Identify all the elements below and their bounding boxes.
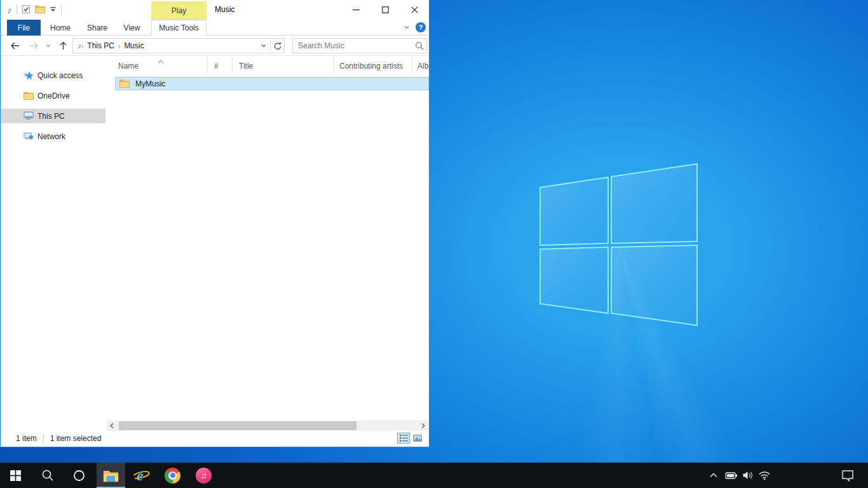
recent-locations-chevron[interactable] — [44, 39, 53, 52]
cortana-button[interactable] — [65, 463, 93, 488]
windows-logo-wallpaper — [537, 161, 700, 327]
search-box — [292, 38, 427, 53]
onedrive-folder-icon — [24, 92, 34, 100]
qat-separator — [17, 5, 17, 15]
column-header-album[interactable]: Alb — [412, 56, 430, 74]
column-header-contributing-artists[interactable]: Contributing artists — [334, 56, 412, 74]
scrollbar-thumb[interactable] — [119, 421, 356, 430]
sidebar-item-quick-access[interactable]: Quick access — [1, 68, 105, 83]
column-header-number[interactable]: # — [208, 56, 233, 74]
column-headers: Name # Title Contributing artists Alb — [106, 56, 428, 74]
column-label: Name — [118, 62, 139, 71]
qat-separator — [61, 5, 62, 15]
address-bar[interactable]: ♪ › This PC › Music — [72, 38, 285, 53]
details-view-button[interactable] — [397, 433, 410, 444]
tab-view[interactable]: View — [117, 20, 147, 36]
volume-icon[interactable] — [740, 463, 756, 488]
itunes-button[interactable]: ♫ — [189, 463, 218, 488]
start-button[interactable] — [1, 463, 30, 488]
taskbar-file-explorer-button[interactable] — [97, 463, 125, 488]
system-tray — [705, 463, 868, 488]
navigation-pane: Quick access OneDrive This PC Network — [1, 56, 105, 421]
action-center-button[interactable] — [836, 463, 859, 488]
item-count: 1 item — [16, 434, 37, 443]
sidebar-item-label: This PC — [37, 112, 65, 121]
large-icons-view-button[interactable] — [411, 433, 424, 444]
minimize-button[interactable] — [341, 0, 370, 20]
column-label: Contributing artists — [339, 62, 403, 71]
contextual-tab-group-play[interactable]: Play — [151, 1, 207, 20]
scroll-left-arrow[interactable] — [107, 421, 117, 431]
battery-icon[interactable] — [723, 463, 740, 488]
screen: ♪ Play Music — [0, 0, 868, 488]
quick-access-toolbar: ♪ — [7, 0, 62, 20]
back-button[interactable] — [8, 39, 21, 52]
sidebar-item-network[interactable]: Network — [1, 129, 105, 144]
horizontal-scrollbar[interactable] — [107, 421, 428, 431]
folder-icon — [119, 79, 130, 88]
file-name: MyMusic — [135, 79, 165, 88]
sort-ascending-icon — [157, 57, 165, 66]
ribbon-tab-row: File Home Share View Music Tools ? — [1, 20, 429, 36]
sidebar-item-label: OneDrive — [37, 92, 70, 100]
taskbar: e ♫ — [0, 463, 868, 488]
forward-button[interactable] — [27, 39, 40, 52]
scroll-right-arrow[interactable] — [418, 421, 428, 431]
tab-home[interactable]: Home — [45, 20, 76, 36]
properties-button[interactable] — [22, 4, 31, 16]
new-folder-button[interactable] — [35, 5, 45, 15]
up-one-level-button[interactable] — [57, 39, 69, 52]
breadcrumb-this-pc[interactable]: This PC — [83, 41, 118, 50]
file-list-pane[interactable]: Name # Title Contributing artists Alb — [106, 56, 428, 421]
breadcrumb-music[interactable]: Music — [120, 41, 147, 50]
refresh-button[interactable] — [270, 39, 284, 53]
status-separator — [43, 434, 44, 444]
address-toolbar: ♪ › This PC › Music — [1, 36, 429, 56]
file-explorer-window: ♪ Play Music — [0, 0, 430, 447]
window-title: Music — [215, 5, 234, 14]
selected-count: 1 item selected — [50, 434, 102, 443]
search-icon[interactable] — [412, 41, 426, 50]
internet-explorer-button[interactable]: e — [127, 463, 156, 488]
show-hidden-icons-chevron[interactable] — [705, 463, 722, 488]
column-header-title[interactable]: Title — [233, 56, 334, 74]
status-bar: 1 item 1 item selected — [1, 431, 429, 446]
help-button[interactable]: ? — [416, 22, 426, 32]
taskbar-search-button[interactable] — [33, 463, 62, 488]
address-dropdown-chevron[interactable] — [257, 42, 270, 50]
this-pc-monitor-icon — [24, 111, 34, 121]
expand-ribbon-chevron-icon[interactable] — [403, 24, 410, 33]
search-input[interactable] — [293, 41, 412, 50]
column-label: Alb — [417, 62, 428, 71]
caption-buttons — [341, 0, 429, 20]
sidebar-item-this-pc[interactable]: This PC — [1, 109, 105, 123]
tab-share[interactable]: Share — [81, 20, 113, 36]
column-label: Title — [239, 62, 253, 71]
tab-file[interactable]: File — [7, 20, 41, 36]
tab-music-tools[interactable]: Music Tools — [151, 20, 207, 36]
sidebar-item-label: Quick access — [37, 71, 83, 80]
network-icon — [24, 132, 34, 141]
maximize-button[interactable] — [370, 0, 400, 20]
sidebar-item-label: Network — [37, 132, 65, 141]
close-button[interactable] — [400, 0, 429, 20]
quick-access-star-icon — [24, 71, 34, 80]
chrome-button[interactable] — [158, 463, 187, 488]
wifi-icon[interactable] — [756, 463, 773, 488]
title-bar[interactable]: ♪ Play Music — [1, 0, 429, 20]
file-row-mymusic[interactable]: MyMusic — [115, 77, 429, 90]
ie-ring — [132, 469, 151, 480]
itunes-icon: ♫ — [196, 468, 212, 484]
sidebar-item-onedrive[interactable]: OneDrive — [1, 88, 105, 103]
window-music-note-icon: ♪ — [7, 5, 12, 15]
chrome-icon — [165, 468, 180, 484]
customize-qat-button[interactable] — [50, 6, 57, 15]
column-label: # — [214, 62, 219, 71]
